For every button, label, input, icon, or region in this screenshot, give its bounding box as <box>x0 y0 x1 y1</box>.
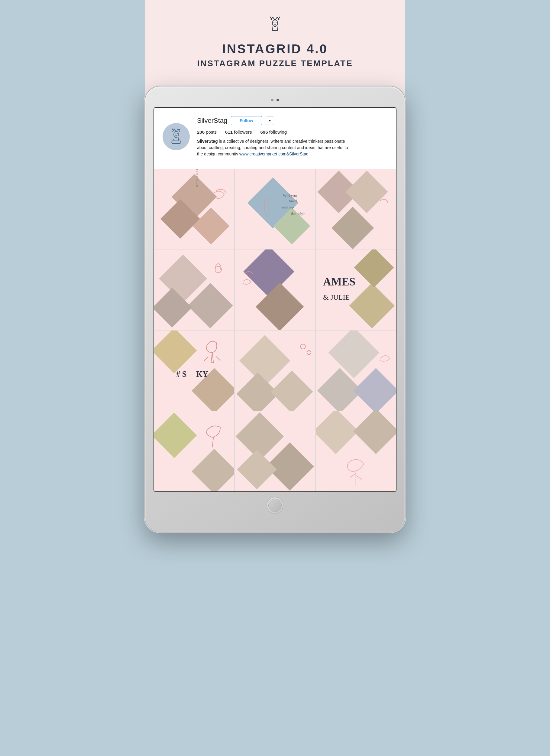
photo-grid: #ADVENTURES Will you travel <box>154 169 396 491</box>
svg-point-7 <box>176 135 177 136</box>
svg-text:Will you: Will you <box>283 193 297 198</box>
grid-tile-9[interactable] <box>316 331 396 411</box>
grid-tile-6[interactable]: AMES & JULIE <box>316 249 396 330</box>
svg-text:#ADVENTURES: #ADVENTURES <box>195 169 199 187</box>
grid-tile-7[interactable]: # S KY <box>154 331 234 411</box>
stats-row: 206 posts 611 followers 696 following <box>197 129 387 135</box>
following-stat: 696 following <box>260 129 287 135</box>
svg-text:travel: travel <box>289 199 297 203</box>
bio-link[interactable]: www.creativemarket.com&SilverStag <box>239 152 308 156</box>
avatar <box>163 123 190 150</box>
grid-tile-3[interactable] <box>316 169 396 249</box>
grid-tile-8[interactable] <box>235 331 315 411</box>
page-title: INSTAGRID 4.0 <box>222 42 328 56</box>
dropdown-button[interactable]: ▾ <box>266 116 274 125</box>
ipad-frame: SilverStag Follow ▾ ··· 206 posts 611 <box>145 86 405 532</box>
profile-info: SilverStag Follow ▾ ··· 206 posts 611 <box>197 116 387 157</box>
grid-tile-10[interactable] <box>154 411 234 491</box>
posts-stat: 206 posts <box>197 129 217 135</box>
deer-logo-icon <box>265 15 285 36</box>
bio-text: SilverStag is a collective of designers,… <box>197 138 348 157</box>
svg-text:# S: # S <box>176 369 187 378</box>
instagram-profile-header: SilverStag Follow ▾ ··· 206 posts 611 <box>154 108 396 169</box>
svg-point-1 <box>274 22 275 23</box>
follow-button[interactable]: Follow <box>231 116 262 125</box>
svg-point-3 <box>274 24 275 25</box>
grid-tile-1[interactable]: #ADVENTURES <box>154 169 234 249</box>
svg-point-2 <box>275 22 276 23</box>
svg-text:KY: KY <box>196 369 208 378</box>
grid-tile-4[interactable] <box>154 249 234 330</box>
username-text: SilverStag <box>197 117 227 125</box>
svg-rect-55 <box>235 411 315 491</box>
followers-stat: 611 followers <box>225 129 252 135</box>
camera-dot-inactive <box>271 99 274 101</box>
svg-text:with me: with me <box>282 206 294 210</box>
grid-tile-5[interactable] <box>235 249 315 330</box>
camera-dot-active <box>276 99 279 101</box>
grid-tile-12[interactable] <box>316 411 396 491</box>
svg-text:this July?: this July? <box>291 212 304 216</box>
svg-text:AMES: AMES <box>323 276 355 288</box>
home-button[interactable] <box>267 497 283 514</box>
page-wrapper: INSTAGRID 4.0 INSTAGRAM PUZZLE TEMPLATE <box>0 0 550 756</box>
svg-point-4 <box>174 131 179 138</box>
header-area: INSTAGRID 4.0 INSTAGRAM PUZZLE TEMPLATE <box>197 15 353 68</box>
grid-tile-2[interactable]: Will you travel with me this July? <box>235 169 315 249</box>
home-button-inner <box>269 499 281 512</box>
svg-point-5 <box>175 133 175 134</box>
svg-point-6 <box>177 133 178 134</box>
svg-text:& JULIE: & JULIE <box>323 293 350 301</box>
more-options[interactable]: ··· <box>278 118 284 124</box>
page-subtitle: INSTAGRAM PUZZLE TEMPLATE <box>197 59 353 68</box>
camera-area <box>154 96 396 105</box>
ipad-screen: SilverStag Follow ▾ ··· 206 posts 611 <box>154 107 396 492</box>
username-row: SilverStag Follow ▾ ··· <box>197 116 387 125</box>
grid-tile-11[interactable] <box>235 411 315 491</box>
profile-row: SilverStag Follow ▾ ··· 206 posts 611 <box>163 116 387 157</box>
